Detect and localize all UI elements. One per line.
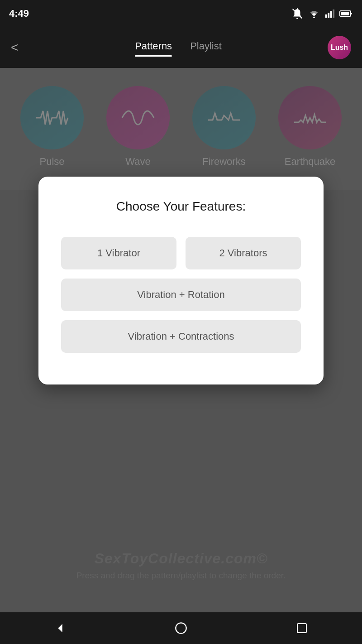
svg-rect-3 — [328, 13, 329, 18]
status-bar: 4:49 — [0, 0, 362, 27]
back-button[interactable]: < — [11, 40, 29, 55]
tab-patterns[interactable]: Patterns — [135, 40, 172, 55]
vibration-rotation-button[interactable]: Vibration + Rotation — [61, 279, 301, 311]
svg-rect-5 — [333, 10, 334, 18]
two-vibrators-button[interactable]: 2 Vibrators — [186, 237, 301, 269]
status-icons — [291, 8, 353, 19]
svg-rect-7 — [341, 12, 349, 15]
svg-rect-4 — [330, 11, 332, 18]
nav-home-button[interactable] — [170, 617, 192, 639]
nav-recents-button[interactable] — [291, 617, 313, 639]
home-circle-icon — [175, 622, 187, 634]
back-arrow-icon — [54, 622, 67, 634]
modal-choose-features: Choose Your Features: 1 Vibrator 2 Vibra… — [38, 177, 324, 384]
signal-icon — [325, 9, 335, 19]
nav-tabs: Patterns Playlist — [135, 40, 222, 55]
bell-muted-icon — [291, 8, 303, 19]
recents-square-icon — [296, 623, 307, 634]
wifi-icon — [308, 9, 320, 19]
avatar[interactable]: Lush — [328, 36, 351, 59]
nav-bar: < Patterns Playlist Lush — [0, 27, 362, 68]
modal-title: Choose Your Features: — [61, 199, 301, 214]
vibration-contractions-button[interactable]: Vibration + Contractions — [61, 320, 301, 353]
svg-marker-8 — [58, 624, 62, 633]
bottom-nav — [0, 612, 362, 644]
svg-point-1 — [313, 16, 315, 18]
svg-point-9 — [176, 623, 186, 633]
modal-divider — [61, 223, 301, 223]
one-vibrator-button[interactable]: 1 Vibrator — [61, 237, 176, 269]
battery-icon — [339, 10, 353, 18]
svg-rect-2 — [325, 14, 327, 18]
status-time: 4:49 — [9, 8, 29, 19]
nav-back-button[interactable] — [49, 617, 71, 639]
svg-rect-10 — [297, 624, 306, 633]
modal-row-vibrators: 1 Vibrator 2 Vibrators — [61, 237, 301, 269]
tab-playlist[interactable]: Playlist — [190, 40, 222, 55]
